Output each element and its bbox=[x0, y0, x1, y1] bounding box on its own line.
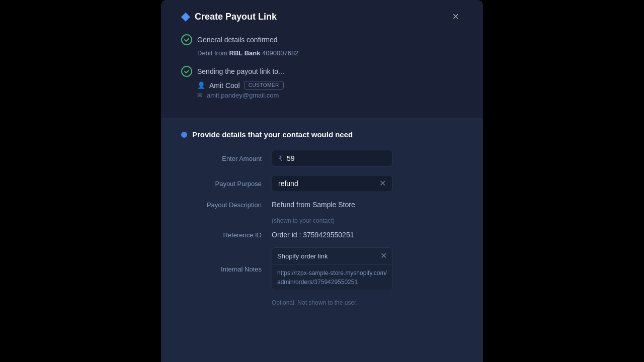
reference-id-field: Order id : 3759429550251 bbox=[272, 230, 463, 239]
amount-field: ₹ bbox=[272, 150, 463, 167]
notes-title-text: Shopify order link bbox=[277, 252, 328, 260]
step2-check-icon bbox=[181, 66, 192, 77]
enter-amount-label: Enter Amount bbox=[181, 155, 272, 162]
step2-content: 👤 Amit Cool CUSTOMER ✉ amit.pandey@gmail… bbox=[181, 81, 463, 99]
top-panel: ◆ Create Payout Link × General details c… bbox=[161, 0, 483, 118]
step2-title: Sending the payout link to... bbox=[197, 67, 284, 75]
purpose-input-wrap: refund ✕ bbox=[272, 175, 392, 192]
internal-notes-row: Internal Notes Shopify order link ✕ http… bbox=[181, 247, 463, 291]
email-row: ✉ amit.pandey@gmail.com bbox=[197, 92, 463, 99]
contact-email: amit.pandey@gmail.com bbox=[207, 92, 279, 99]
purpose-clear-button[interactable]: ✕ bbox=[379, 179, 386, 188]
create-payout-modal: ◆ Create Payout Link × General details c… bbox=[161, 0, 483, 362]
contact-name: Amit Cool bbox=[209, 81, 240, 89]
payout-purpose-row: Payout Purpose refund ✕ bbox=[181, 175, 463, 192]
notes-clear-button[interactable]: ✕ bbox=[380, 252, 387, 260]
step1-check-icon bbox=[181, 34, 192, 45]
modal-header: ◆ Create Payout Link × bbox=[181, 0, 463, 34]
shown-to-contact-text: (shown to your contact) bbox=[181, 217, 463, 224]
debit-text: Debit from bbox=[197, 49, 227, 57]
envelope-icon: ✉ bbox=[197, 92, 203, 99]
customer-badge: CUSTOMER bbox=[244, 81, 284, 89]
enter-amount-row: Enter Amount ₹ bbox=[181, 150, 463, 167]
purpose-field: refund ✕ bbox=[272, 175, 463, 192]
step3-title: Provide details that your contact would … bbox=[192, 130, 353, 139]
close-button[interactable]: × bbox=[448, 9, 463, 24]
modal-title-wrap: ◆ Create Payout Link bbox=[181, 10, 277, 23]
reference-id-label: Reference ID bbox=[181, 231, 272, 239]
currency-symbol: ₹ bbox=[278, 154, 283, 162]
description-field: Refund from Sample Store bbox=[272, 200, 463, 209]
notes-field: Shopify order link ✕ https://rzpx-sample… bbox=[272, 247, 463, 291]
amount-input-wrap: ₹ bbox=[272, 150, 392, 167]
payout-purpose-label: Payout Purpose bbox=[181, 180, 272, 188]
account-number: 4090007682 bbox=[262, 49, 298, 57]
person-icon: 👤 bbox=[197, 81, 205, 89]
step1-header: General details confirmed bbox=[181, 34, 463, 45]
step3-header: Provide details that your contact would … bbox=[181, 130, 463, 139]
contact-row: 👤 Amit Cool CUSTOMER bbox=[197, 81, 463, 89]
optional-text: Optional. Not shown to the user. bbox=[181, 299, 463, 306]
bottom-panel: Provide details that your contact would … bbox=[161, 118, 483, 362]
notes-url-text: https://rzpx-sample-store.myshopify.com/… bbox=[272, 264, 392, 291]
notes-header: Shopify order link ✕ bbox=[272, 248, 392, 264]
purpose-value: refund bbox=[278, 179, 298, 188]
step1-section: General details confirmed Debit from RBL… bbox=[181, 34, 463, 57]
amount-input[interactable] bbox=[287, 154, 386, 162]
modal-title: Create Payout Link bbox=[195, 12, 277, 22]
step1-content: Debit from RBL Bank 4090007682 bbox=[181, 49, 463, 57]
step1-title: General details confirmed bbox=[197, 36, 278, 44]
payout-description-row: Payout Description Refund from Sample St… bbox=[181, 200, 463, 209]
blue-dot-icon bbox=[181, 132, 187, 138]
description-value: Refund from Sample Store bbox=[272, 201, 355, 209]
internal-notes-label: Internal Notes bbox=[181, 265, 272, 273]
reference-id-value: Order id : 3759429550251 bbox=[272, 231, 354, 239]
payout-description-label: Payout Description bbox=[181, 201, 272, 209]
step2-header: Sending the payout link to... bbox=[181, 66, 463, 77]
razorpay-logo-icon: ◆ bbox=[181, 10, 190, 23]
bank-name: RBL Bank bbox=[229, 49, 261, 57]
step2-section: Sending the payout link to... 👤 Amit Coo… bbox=[181, 66, 463, 99]
notes-input-wrap[interactable]: Shopify order link ✕ https://rzpx-sample… bbox=[272, 247, 392, 291]
reference-id-row: Reference ID Order id : 3759429550251 bbox=[181, 230, 463, 239]
